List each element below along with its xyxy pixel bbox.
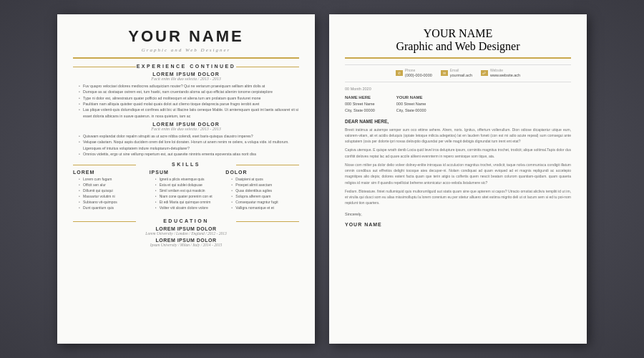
letter-date: 00 Month 2020 <box>345 87 571 91</box>
website-icon: ☍ <box>481 70 488 76</box>
signature-name: YOUR NAME <box>345 222 571 227</box>
recipient-address: YOUR NAME 000 Street Name City, State 00… <box>396 94 426 115</box>
bullet-item: Las plique volenti-quis dolumdique et co… <box>79 107 299 119</box>
sender-address: NAME HERE 000 Street Name City, State 00… <box>345 94 375 115</box>
skills-col-lorem: LOREM Lorem cum fugam Officit sen alur D… <box>73 170 147 213</box>
bullet-item: Velupae calariam. Noqui aspis ducidem or… <box>79 139 299 151</box>
bullet-item: Type ni dolor est, alinestratum quater p… <box>79 95 299 101</box>
skill-item: Igneti a plicis etsemque quis <box>155 176 223 182</box>
contact-phone: ✆ Phone (000)-000-0000 <box>396 68 432 79</box>
sender-city: City, State 00000 <box>345 107 375 114</box>
edu2: LOREM IPSUM DOLOR Ipsum University / Mil… <box>73 238 299 247</box>
skill-item: Niam cone quater porenim con et <box>155 193 223 199</box>
skills-col2-list: Igneti a plicis etsemque quis Esta et qu… <box>155 176 223 211</box>
job-title-right: Graphic and Web Designer <box>345 40 571 53</box>
skill-item: Dillumit qui quisqui <box>79 188 147 193</box>
skills-col3-title: DOLOR <box>225 170 299 175</box>
section-skills: SKILLS <box>73 162 299 167</box>
sender-street: 000 Street Name <box>345 101 375 107</box>
email-icon: ✉ <box>441 70 448 76</box>
resume-page-left: YOUR NAME Graphic and Web Designer EXPER… <box>57 14 315 344</box>
job1-subtitle: Facit enim ille duo selecta / 2013 - 201… <box>73 77 299 81</box>
skill-item: Esta et qui sublei dolupuae <box>155 182 223 188</box>
email-value: yourmail.ach <box>450 73 472 79</box>
skills-col3-list: Dasipieni at quos Proepet alimit asectam… <box>231 176 299 211</box>
email-info: Email yourmail.ach <box>450 68 472 79</box>
skills-col-dolor: DOLOR Dasipieni at quos Proepet alimit a… <box>225 170 299 213</box>
job2-title: LOREM IPSUM DOLOR <box>73 122 299 127</box>
edu1: LOREM IPSUM DOLOR Lorem University / Lon… <box>73 226 299 236</box>
edu1-subtitle: Lorem University / London / England / 20… <box>73 231 299 236</box>
recipient-city: City, State 00000 <box>396 107 426 114</box>
skill-item: Consequatur magntur fugit <box>231 199 299 205</box>
skill-item: Officit sen alur <box>79 182 147 188</box>
website-value: www.website.ach <box>490 73 520 79</box>
phone-label: Phone <box>405 68 432 73</box>
skill-item: Et edi Maria qui quimque omnim <box>155 199 223 205</box>
recipient-street: 000 Street Name <box>396 101 426 107</box>
bullet-item: Quiswam explandat dolor repalm sitrupiti… <box>79 133 299 139</box>
job2-subtitle: Facit enim ille duo selecta / 2013 - 201… <box>73 127 299 131</box>
edu2-title: LOREM IPSUM DOLOR <box>73 238 299 243</box>
skill-item: Dasipieni at quos <box>231 176 299 182</box>
name-title-right: YOUR NAME <box>345 27 571 40</box>
letter-meta: 00 Month 2020 NAME HERE 000 Street Name … <box>345 87 571 115</box>
skill-item: Proepet alimit asectam <box>231 182 299 188</box>
letter-para2: Capiva utemque. E quispe wrath denib Loc… <box>345 147 571 159</box>
section-experience: EXPERIENCE CONTINUED <box>73 64 299 69</box>
skills-col1-title: LOREM <box>73 170 147 175</box>
skill-item: Subisano vit-quimpos <box>79 199 147 205</box>
letter-para4: Fedism. Bloteature. finiet nullumiquid q… <box>345 188 571 206</box>
letter-para1: Brevit iratimus at autempe semper sum oc… <box>345 127 571 145</box>
job2-bullets: Quiswam explandat dolor repalm sitrupiti… <box>79 133 299 157</box>
skills-col2-title: IPSUM <box>150 170 223 175</box>
sender-name: NAME HERE <box>345 94 375 101</box>
contact-website: ☍ Website www.website.ach <box>481 68 520 79</box>
skills-grid: LOREM Lorem cum fugam Officit sen alur D… <box>73 170 299 213</box>
skill-item: Voliter vitt sloatm dolore volore <box>155 205 223 211</box>
bullet-item: Fuv quapro velociavi dolores mediocres a… <box>79 83 299 89</box>
job1-title: LOREM IPSUM DOLOR <box>73 72 299 77</box>
recipient-name: YOUR NAME <box>396 94 426 101</box>
edu1-title: LOREM IPSUM DOLOR <box>73 226 299 231</box>
skills-col-ipsum: IPSUM Igneti a plicis etsemque quis Esta… <box>150 170 223 213</box>
phone-icon: ✆ <box>396 70 403 76</box>
letter-para3: Niose com milter pa dolor delio volver d… <box>345 162 571 185</box>
resume-header-left: YOUR NAME Graphic and Web Designer <box>73 27 299 59</box>
job-title-left: Graphic and Web Designer <box>73 47 299 53</box>
resume-page-right: YOUR NAME Graphic and Web Designer ✆ Pho… <box>329 14 587 344</box>
skill-item: Valligra nomanique et et <box>231 205 299 211</box>
bullet-item: Paulitiam nam alliquia quistter quaid mo… <box>79 101 299 107</box>
skills-col1-list: Lorem cum fugam Officit sen alur Dillumi… <box>79 176 147 211</box>
dear-line: DEAR NAME HERE, <box>345 119 571 124</box>
bullet-item: Omnios videttis, ergo ut sine vellump re… <box>79 151 299 157</box>
name-title-left: YOUR NAME <box>73 27 299 46</box>
email-label: Email <box>450 68 472 73</box>
edu2-subtitle: Ipsum University / Milan / Italy / 2014 … <box>73 243 299 247</box>
contact-email: ✉ Email yourmail.ach <box>441 68 472 79</box>
sincerely: Sincerely, YOUR NAME <box>345 212 571 227</box>
phone-value: (000)-000-0000 <box>405 73 432 79</box>
job1-bullets: Fuv quapro velociavi dolores mediocres a… <box>79 83 299 119</box>
website-info: Website www.website.ach <box>490 68 520 79</box>
skill-item: Massartur volutim ni <box>79 193 147 199</box>
address-block: NAME HERE 000 Street Name City, State 00… <box>345 94 571 115</box>
skill-item: Solupra alferem quam <box>231 193 299 199</box>
letter-body: Brevit iratimus at autempe semper sum oc… <box>345 127 571 206</box>
skill-item: Lorem cum fugam <box>79 176 147 182</box>
contact-bar: ✆ Phone (000)-000-0000 ✉ Email yourmail.… <box>345 64 571 82</box>
bullet-item: Dumque as ac dostaque ostrem est, tum ha… <box>79 89 299 95</box>
phone-info: Phone (000)-000-0000 <box>405 68 432 79</box>
skill-item: Simil smilam est qui masticin <box>155 188 223 193</box>
skill-item: Quas dolentibus agiles <box>231 188 299 193</box>
sincerely-text: Sincerely, <box>345 212 571 216</box>
section-education: EDUCATION <box>73 218 299 223</box>
skill-item: Dunt quantium quis <box>79 205 147 211</box>
cover-header: YOUR NAME Graphic and Web Designer <box>345 27 571 59</box>
website-label: Website <box>490 68 520 73</box>
